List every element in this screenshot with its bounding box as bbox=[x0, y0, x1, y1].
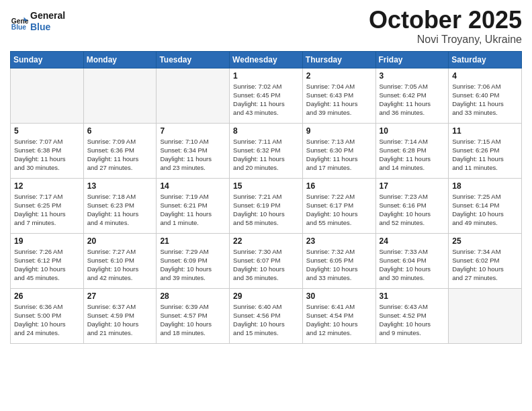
day-number: 19 bbox=[14, 236, 80, 246]
logo-icon: General Blue bbox=[10, 12, 29, 31]
day-info: Sunrise: 6:36 AMSunset: 5:00 PMDaylight:… bbox=[14, 302, 80, 338]
day-number: 27 bbox=[87, 291, 153, 301]
calendar-cell: 7Sunrise: 7:10 AMSunset: 6:34 PMDaylight… bbox=[157, 123, 230, 178]
logo-blue: Blue bbox=[30, 21, 50, 32]
week-row-0: 1Sunrise: 7:02 AMSunset: 6:45 PMDaylight… bbox=[11, 68, 522, 123]
day-info: Sunrise: 7:10 AMSunset: 6:34 PMDaylight:… bbox=[160, 137, 226, 173]
title-block: October 2025 Novi Troyany, Ukraine bbox=[369, 7, 522, 46]
location-subtitle: Novi Troyany, Ukraine bbox=[369, 34, 522, 46]
day-number: 23 bbox=[306, 236, 372, 246]
weekday-header-friday: Friday bbox=[375, 51, 449, 68]
day-info: Sunrise: 7:27 AMSunset: 6:10 PMDaylight:… bbox=[87, 247, 153, 283]
day-number: 2 bbox=[306, 71, 372, 81]
day-info: Sunrise: 7:25 AMSunset: 6:14 PMDaylight:… bbox=[452, 192, 518, 228]
day-number: 1 bbox=[233, 71, 299, 81]
calendar-cell bbox=[157, 68, 230, 123]
weekday-header-row: SundayMondayTuesdayWednesdayThursdayFrid… bbox=[11, 51, 522, 68]
calendar-cell: 25Sunrise: 7:34 AMSunset: 6:02 PMDayligh… bbox=[449, 233, 522, 288]
day-info: Sunrise: 7:19 AMSunset: 6:21 PMDaylight:… bbox=[160, 192, 226, 228]
day-info: Sunrise: 7:07 AMSunset: 6:38 PMDaylight:… bbox=[14, 137, 80, 173]
day-info: Sunrise: 7:13 AMSunset: 6:30 PMDaylight:… bbox=[306, 137, 372, 173]
weekday-header-monday: Monday bbox=[83, 51, 157, 68]
day-info: Sunrise: 7:05 AMSunset: 6:42 PMDaylight:… bbox=[380, 82, 445, 118]
week-row-4: 26Sunrise: 6:36 AMSunset: 5:00 PMDayligh… bbox=[11, 288, 522, 343]
calendar-cell: 4Sunrise: 7:06 AMSunset: 6:40 PMDaylight… bbox=[449, 68, 522, 123]
svg-text:Blue: Blue bbox=[11, 24, 27, 31]
day-info: Sunrise: 7:32 AMSunset: 6:05 PMDaylight:… bbox=[306, 247, 372, 283]
calendar-cell: 24Sunrise: 7:33 AMSunset: 6:04 PMDayligh… bbox=[375, 233, 449, 288]
day-number: 3 bbox=[380, 71, 445, 81]
day-number: 9 bbox=[306, 126, 372, 136]
day-info: Sunrise: 6:40 AMSunset: 4:56 PMDaylight:… bbox=[233, 302, 299, 338]
calendar-cell: 15Sunrise: 7:21 AMSunset: 6:19 PMDayligh… bbox=[230, 178, 303, 233]
day-number: 6 bbox=[87, 126, 153, 136]
calendar-cell: 11Sunrise: 7:15 AMSunset: 6:26 PMDayligh… bbox=[449, 123, 522, 178]
day-number: 5 bbox=[14, 126, 80, 136]
day-info: Sunrise: 7:17 AMSunset: 6:25 PMDaylight:… bbox=[14, 192, 80, 228]
day-info: Sunrise: 7:30 AMSunset: 6:07 PMDaylight:… bbox=[233, 247, 299, 283]
day-info: Sunrise: 7:14 AMSunset: 6:28 PMDaylight:… bbox=[380, 137, 445, 173]
calendar-cell: 16Sunrise: 7:22 AMSunset: 6:17 PMDayligh… bbox=[302, 178, 375, 233]
calendar-cell bbox=[83, 68, 157, 123]
day-number: 13 bbox=[87, 181, 153, 191]
calendar-cell: 14Sunrise: 7:19 AMSunset: 6:21 PMDayligh… bbox=[157, 178, 230, 233]
day-info: Sunrise: 7:15 AMSunset: 6:26 PMDaylight:… bbox=[452, 137, 518, 173]
calendar-cell: 3Sunrise: 7:05 AMSunset: 6:42 PMDaylight… bbox=[375, 68, 449, 123]
day-number: 14 bbox=[160, 181, 226, 191]
logo-general: General bbox=[30, 10, 65, 21]
day-info: Sunrise: 7:06 AMSunset: 6:40 PMDaylight:… bbox=[452, 82, 518, 118]
calendar-cell: 13Sunrise: 7:18 AMSunset: 6:23 PMDayligh… bbox=[83, 178, 157, 233]
day-info: Sunrise: 6:43 AMSunset: 4:52 PMDaylight:… bbox=[380, 302, 445, 338]
calendar-cell: 31Sunrise: 6:43 AMSunset: 4:52 PMDayligh… bbox=[375, 288, 449, 343]
day-number: 31 bbox=[380, 291, 445, 301]
calendar-cell: 1Sunrise: 7:02 AMSunset: 6:45 PMDaylight… bbox=[230, 68, 303, 123]
day-number: 15 bbox=[233, 181, 299, 191]
day-number: 18 bbox=[452, 181, 518, 191]
calendar-cell: 19Sunrise: 7:26 AMSunset: 6:12 PMDayligh… bbox=[11, 233, 84, 288]
weekday-header-sunday: Sunday bbox=[11, 51, 84, 68]
calendar-cell: 28Sunrise: 6:39 AMSunset: 4:57 PMDayligh… bbox=[157, 288, 230, 343]
calendar-cell: 12Sunrise: 7:17 AMSunset: 6:25 PMDayligh… bbox=[11, 178, 84, 233]
calendar-cell: 29Sunrise: 6:40 AMSunset: 4:56 PMDayligh… bbox=[230, 288, 303, 343]
day-info: Sunrise: 7:22 AMSunset: 6:17 PMDaylight:… bbox=[306, 192, 372, 228]
calendar-cell: 9Sunrise: 7:13 AMSunset: 6:30 PMDaylight… bbox=[302, 123, 375, 178]
calendar-cell: 10Sunrise: 7:14 AMSunset: 6:28 PMDayligh… bbox=[375, 123, 449, 178]
week-row-1: 5Sunrise: 7:07 AMSunset: 6:38 PMDaylight… bbox=[11, 123, 522, 178]
day-number: 8 bbox=[233, 126, 299, 136]
day-number: 16 bbox=[306, 181, 372, 191]
weekday-header-thursday: Thursday bbox=[302, 51, 375, 68]
calendar-cell: 23Sunrise: 7:32 AMSunset: 6:05 PMDayligh… bbox=[302, 233, 375, 288]
calendar-cell bbox=[11, 68, 84, 123]
logo: General Blue General Blue bbox=[10, 10, 65, 33]
day-number: 17 bbox=[380, 181, 445, 191]
day-info: Sunrise: 7:33 AMSunset: 6:04 PMDaylight:… bbox=[380, 247, 445, 283]
calendar-cell: 2Sunrise: 7:04 AMSunset: 6:43 PMDaylight… bbox=[302, 68, 375, 123]
calendar-table: SundayMondayTuesdayWednesdayThursdayFrid… bbox=[10, 51, 522, 344]
day-number: 12 bbox=[14, 181, 80, 191]
month-title: October 2025 bbox=[369, 7, 522, 34]
day-info: Sunrise: 7:11 AMSunset: 6:32 PMDaylight:… bbox=[233, 137, 299, 173]
calendar-cell bbox=[449, 288, 522, 343]
calendar-cell: 6Sunrise: 7:09 AMSunset: 6:36 PMDaylight… bbox=[83, 123, 157, 178]
day-number: 7 bbox=[160, 126, 226, 136]
week-row-3: 19Sunrise: 7:26 AMSunset: 6:12 PMDayligh… bbox=[11, 233, 522, 288]
weekday-header-tuesday: Tuesday bbox=[157, 51, 230, 68]
calendar-cell: 8Sunrise: 7:11 AMSunset: 6:32 PMDaylight… bbox=[230, 123, 303, 178]
day-number: 11 bbox=[452, 126, 518, 136]
calendar-cell: 27Sunrise: 6:37 AMSunset: 4:59 PMDayligh… bbox=[83, 288, 157, 343]
calendar-cell: 26Sunrise: 6:36 AMSunset: 5:00 PMDayligh… bbox=[11, 288, 84, 343]
day-info: Sunrise: 7:29 AMSunset: 6:09 PMDaylight:… bbox=[160, 247, 226, 283]
calendar-cell: 30Sunrise: 6:41 AMSunset: 4:54 PMDayligh… bbox=[302, 288, 375, 343]
day-info: Sunrise: 6:41 AMSunset: 4:54 PMDaylight:… bbox=[306, 302, 372, 338]
day-number: 21 bbox=[160, 236, 226, 246]
calendar-cell: 22Sunrise: 7:30 AMSunset: 6:07 PMDayligh… bbox=[230, 233, 303, 288]
calendar-cell: 18Sunrise: 7:25 AMSunset: 6:14 PMDayligh… bbox=[449, 178, 522, 233]
day-info: Sunrise: 6:39 AMSunset: 4:57 PMDaylight:… bbox=[160, 302, 226, 338]
day-info: Sunrise: 7:09 AMSunset: 6:36 PMDaylight:… bbox=[87, 137, 153, 173]
day-info: Sunrise: 7:21 AMSunset: 6:19 PMDaylight:… bbox=[233, 192, 299, 228]
day-number: 30 bbox=[306, 291, 372, 301]
calendar-cell: 17Sunrise: 7:23 AMSunset: 6:16 PMDayligh… bbox=[375, 178, 449, 233]
day-info: Sunrise: 7:34 AMSunset: 6:02 PMDaylight:… bbox=[452, 247, 518, 283]
day-info: Sunrise: 7:18 AMSunset: 6:23 PMDaylight:… bbox=[87, 192, 153, 228]
calendar-cell: 5Sunrise: 7:07 AMSunset: 6:38 PMDaylight… bbox=[11, 123, 84, 178]
